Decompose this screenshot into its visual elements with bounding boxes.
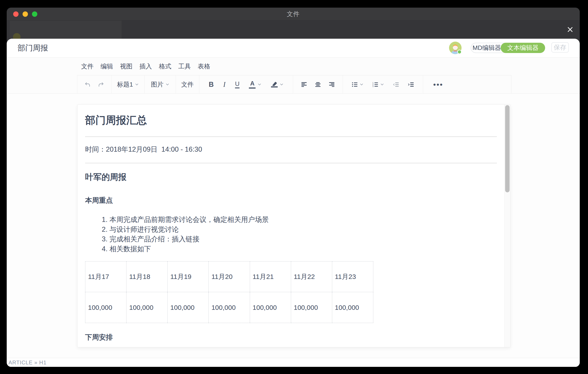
list-item[interactable]: 本周完成产品前期需求讨论会议，确定相关用户场景: [109, 215, 497, 225]
table-cell[interactable]: 11月20: [209, 262, 250, 292]
user-avatar-icon: [449, 42, 462, 54]
table-cell[interactable]: 100,000: [168, 292, 209, 323]
doc-heading-1[interactable]: 部门周报汇总: [85, 114, 497, 127]
image-select-label: 图片: [151, 80, 164, 89]
align-right-icon: [329, 82, 335, 87]
align-right-button[interactable]: [329, 82, 335, 87]
menu-table[interactable]: 表格: [198, 62, 210, 71]
menu-edit[interactable]: 编辑: [101, 62, 113, 71]
bullet-list-icon: [352, 82, 358, 87]
app-window: 文件 部门周报: [7, 8, 580, 367]
underline-button[interactable]: U: [235, 80, 240, 88]
table-row: 11月17 11月18 11月19 11月20 11月21 11月22 11月2…: [85, 262, 373, 292]
toolbar-group-more: •••: [423, 75, 511, 93]
menu-tools[interactable]: 工具: [178, 62, 191, 71]
editor-mode-toggle: MD编辑器 文本编辑器: [471, 43, 545, 53]
minimize-window-button[interactable]: [22, 11, 28, 17]
table-cell[interactable]: 100,000: [85, 292, 126, 323]
window-title: 文件: [287, 10, 300, 18]
chevron-down-icon[interactable]: [380, 83, 384, 86]
italic-button[interactable]: I: [223, 80, 226, 88]
toolbar-group-align: [293, 75, 343, 93]
outdent-button[interactable]: [393, 82, 399, 87]
outdent-icon: [393, 82, 399, 87]
indent-icon: [408, 82, 414, 87]
bullet-list-control: [352, 82, 364, 87]
chevron-down-icon: [135, 83, 139, 86]
text-color-control: A: [249, 80, 261, 88]
chevron-down-icon[interactable]: [360, 83, 364, 86]
doc-heading-2[interactable]: 叶军的周报: [85, 172, 497, 183]
align-left-icon: [301, 82, 307, 87]
list-item[interactable]: 完成相关产品介绍：插入链接: [109, 234, 497, 244]
file-button-label: 文件: [181, 80, 194, 89]
list-item[interactable]: 与设计师进行视觉讨论: [109, 225, 497, 234]
data-table[interactable]: 11月17 11月18 11月19 11月20 11月21 11月22 11月2…: [85, 261, 373, 323]
redo-icon: [98, 82, 104, 87]
maximize-window-button[interactable]: [32, 11, 37, 17]
avatar[interactable]: [449, 42, 462, 54]
dimmed-backdrop: [7, 21, 580, 39]
menu-view[interactable]: 视图: [120, 62, 133, 71]
dimmed-sidebar: [10, 21, 122, 39]
table-cell[interactable]: 100,000: [209, 292, 250, 323]
scrollbar-track[interactable]: [504, 105, 510, 347]
table-row: 100,000 100,000 100,000 100,000 100,000 …: [85, 292, 373, 323]
menu-insert[interactable]: 插入: [139, 62, 152, 71]
close-window-button[interactable]: [13, 11, 19, 17]
list-item[interactable]: 相关数据如下: [109, 244, 497, 254]
chevron-down-icon: [166, 83, 169, 86]
toolbar-section: 标题1 图片 文件: [7, 75, 580, 93]
doc-heading-focus[interactable]: 本周重点: [85, 196, 497, 205]
table-cell[interactable]: 11月21: [250, 262, 291, 292]
horizontal-rule: [85, 136, 497, 137]
bold-button[interactable]: B: [209, 80, 214, 88]
indent-button[interactable]: [408, 82, 414, 87]
menu-format[interactable]: 格式: [159, 62, 171, 71]
doc-time-line[interactable]: 时间：2018年12月09日 14:00 - 16:30: [85, 145, 497, 154]
bullet-list-button[interactable]: [352, 82, 358, 87]
table-cell[interactable]: 100,000: [126, 292, 168, 323]
element-path-breadcrumb: ARTICLE » H1: [9, 360, 46, 366]
table-cell[interactable]: 100,000: [250, 292, 291, 323]
align-center-icon: [315, 82, 321, 87]
chevron-down-icon[interactable]: [258, 83, 261, 86]
image-select[interactable]: 图片: [151, 80, 169, 89]
titlebar: 文件: [7, 8, 580, 21]
md-editor-button[interactable]: MD编辑器: [471, 43, 503, 53]
table-cell[interactable]: 11月22: [291, 262, 332, 292]
document-page[interactable]: 部门周报汇总 时间：2018年12月09日 14:00 - 16:30 叶军的周…: [77, 104, 511, 347]
scrollbar-thumb[interactable]: [505, 105, 510, 192]
table-cell[interactable]: 100,000: [291, 292, 332, 323]
file-button[interactable]: 文件: [181, 80, 194, 89]
heading-select[interactable]: 标题1: [117, 80, 139, 89]
save-button[interactable]: 保存: [551, 42, 569, 53]
menubar: 文件 编辑 视图 插入 格式 工具 表格: [7, 57, 580, 75]
text-editor-button[interactable]: 文本编辑器: [501, 43, 545, 53]
toolbar-group-file: 文件: [176, 75, 199, 93]
align-center-button[interactable]: [315, 82, 321, 87]
more-button[interactable]: •••: [433, 81, 443, 88]
numbered-list-button[interactable]: 1 2 3: [372, 82, 378, 87]
menu-file[interactable]: 文件: [81, 62, 94, 71]
statusbar: ARTICLE » H1: [7, 358, 580, 367]
table-cell[interactable]: 11月18: [126, 262, 168, 292]
undo-icon: [85, 82, 91, 87]
horizontal-rule: [85, 163, 497, 163]
doc-ordered-list: 本周完成产品前期需求讨论会议，确定相关用户场景 与设计师进行视觉讨论 完成相关产…: [85, 215, 497, 254]
undo-button[interactable]: [85, 82, 91, 87]
text-color-button[interactable]: A: [249, 80, 256, 88]
close-modal-button[interactable]: [566, 25, 574, 33]
align-left-button[interactable]: [301, 82, 307, 87]
doc-heading-next[interactable]: 下周安排: [85, 333, 497, 342]
chevron-down-icon[interactable]: [280, 83, 284, 86]
table-cell[interactable]: 11月23: [332, 262, 373, 292]
table-cell[interactable]: 100,000: [332, 292, 373, 323]
highlight-button[interactable]: [271, 81, 278, 88]
table-cell[interactable]: 11月19: [168, 262, 209, 292]
text-color-letter: A: [250, 80, 255, 87]
close-icon: [567, 26, 574, 33]
table-cell[interactable]: 11月17: [85, 262, 126, 292]
toolbar-group-heading: 标题1: [112, 75, 145, 93]
redo-button[interactable]: [98, 82, 104, 87]
